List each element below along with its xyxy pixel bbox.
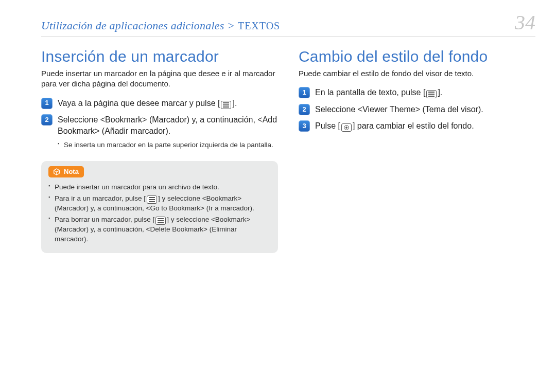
r-step2-text: Seleccione <Viewer Theme> (Tema del viso…: [315, 104, 535, 115]
step-badge-1: 1: [299, 87, 310, 98]
step-badge-2: 2: [41, 114, 53, 126]
right-step-1: 1 En la pantalla de texto, pulse [].: [299, 87, 535, 98]
page-header: Utilización de aplicaciones adicionales …: [41, 12, 535, 37]
menu-icon: [147, 195, 157, 204]
left-sub1: Se inserta un marcador en la parte super…: [58, 140, 278, 150]
note-list: Puede insertar un marcador para un archi…: [48, 183, 271, 244]
note-badge: Nota: [48, 166, 84, 177]
right-intro: Puede cambiar el estilo de fondo del vis…: [299, 68, 535, 79]
note3-pre: Para borrar un marcador, pulse [: [55, 216, 154, 223]
breadcrumb: Utilización de aplicaciones adicionales …: [41, 19, 280, 32]
left-subbullets: Se inserta un marcador en la parte super…: [58, 140, 278, 150]
right-step-3: 3 Pulse [] para cambiar el estilo del fo…: [299, 120, 535, 132]
left-column: Inserción de un marcador Puede insertar …: [41, 45, 278, 253]
r-step1-pre: En la pantalla de texto, pulse [: [315, 88, 425, 97]
left-step-2: 2 Seleccione <Bookmark> (Marcador) y, a …: [41, 114, 278, 137]
left-steps: 1 Vaya a la página que desee marcar y pu…: [41, 98, 278, 137]
r-step1-post: ].: [438, 88, 442, 97]
document-page: Utilización de aplicaciones adicionales …: [0, 0, 556, 392]
r-step3-post: ] para cambiar el estilo del fondo.: [353, 121, 474, 130]
left-step1-pre: Vaya a la página que desee marcar y puls…: [58, 99, 220, 108]
breadcrumb-main: Utilización de aplicaciones adicionales …: [41, 19, 235, 32]
note2-pre: Para ir a un marcador, pulse [: [55, 194, 146, 202]
note-item-2: Para ir a un marcador, pulse [] y selecc…: [48, 194, 271, 213]
left-step2-text: Seleccione <Bookmark> (Marcador) y, a co…: [58, 114, 278, 137]
step-badge-1: 1: [41, 98, 53, 109]
left-heading: Inserción de un marcador: [41, 48, 278, 65]
note-cube-icon: [53, 168, 61, 176]
note-item-1: Puede insertar un marcador para un archi…: [48, 183, 271, 192]
right-step-2: 2 Seleccione <Viewer Theme> (Tema del vi…: [299, 104, 535, 115]
step-badge-3: 3: [299, 120, 310, 132]
select-dot-icon: [341, 123, 352, 132]
page-number: 34: [515, 12, 535, 33]
right-heading: Cambio del estilo del fondo: [299, 48, 535, 65]
right-column: Cambio del estilo del fondo Puede cambia…: [299, 45, 535, 253]
step-badge-2: 2: [299, 104, 310, 115]
left-intro: Puede insertar un marcador en la página …: [41, 68, 278, 90]
breadcrumb-sub: TEXTOS: [238, 20, 280, 31]
left-step-1: 1 Vaya a la página que desee marcar y pu…: [41, 98, 278, 109]
r-step3-pre: Pulse [: [315, 121, 340, 130]
note-label-text: Nota: [64, 168, 79, 175]
right-steps: 1 En la pantalla de texto, pulse []. 2 S…: [299, 87, 535, 132]
note-item-3: Para borrar un marcador, pulse [] y sele…: [48, 215, 271, 243]
menu-icon: [155, 217, 166, 225]
note-box: Nota Puede insertar un marcador para un …: [41, 161, 278, 253]
menu-icon: [221, 101, 231, 109]
menu-icon: [426, 90, 437, 98]
left-step1-post: ].: [232, 99, 237, 108]
